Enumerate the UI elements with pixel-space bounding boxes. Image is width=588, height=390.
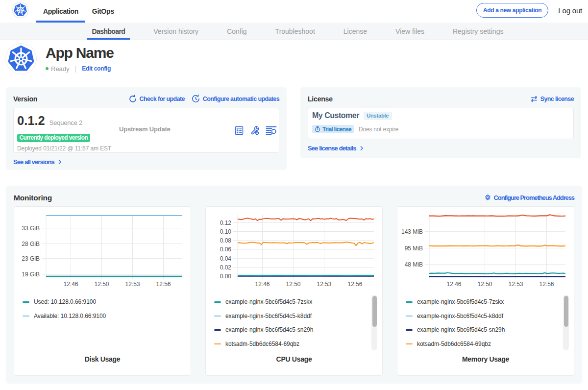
svg-text:0.04: 0.04 [220, 255, 232, 262]
svg-text:0.08: 0.08 [220, 237, 232, 244]
svg-text:12:56: 12:56 [156, 281, 171, 288]
svg-text:12:56: 12:56 [347, 281, 362, 288]
svg-text:33 GiB: 33 GiB [22, 225, 40, 232]
svg-text:12:46: 12:46 [63, 281, 78, 288]
svg-text:12:53: 12:53 [125, 281, 140, 288]
svg-text:12:53: 12:53 [508, 281, 523, 288]
svg-text:95 MiB: 95 MiB [405, 245, 423, 252]
svg-text:0.06: 0.06 [220, 246, 232, 253]
svg-text:12:53: 12:53 [317, 281, 331, 288]
svg-text:12:56: 12:56 [539, 281, 554, 288]
svg-text:23 GiB: 23 GiB [22, 255, 40, 262]
svg-text:0.02: 0.02 [220, 264, 232, 271]
svg-text:28 GiB: 28 GiB [22, 241, 40, 247]
svg-text:0.10: 0.10 [220, 228, 232, 235]
svg-text:12:46: 12:46 [255, 281, 270, 288]
svg-text:143 MiB: 143 MiB [401, 228, 423, 235]
svg-text:0.00: 0.00 [220, 273, 232, 280]
svg-text:12:46: 12:46 [446, 281, 461, 288]
svg-text:0.12: 0.12 [220, 219, 232, 226]
svg-text:48 MiB: 48 MiB [405, 261, 423, 268]
svg-text:19 GiB: 19 GiB [22, 271, 40, 278]
svg-text:12:50: 12:50 [477, 281, 492, 288]
svg-text:12:50: 12:50 [94, 281, 109, 288]
svg-text:12:50: 12:50 [286, 281, 300, 288]
